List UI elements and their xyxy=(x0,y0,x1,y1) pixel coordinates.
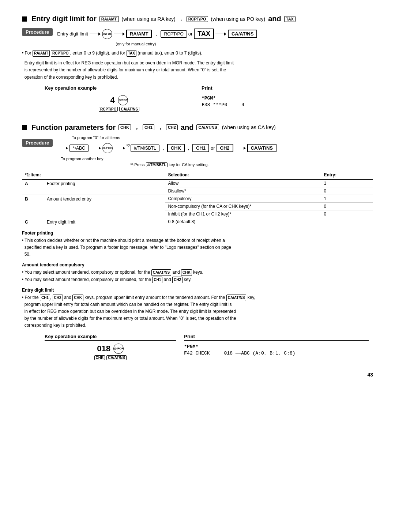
program-another-label: To program another key xyxy=(61,157,276,161)
arrow-in xyxy=(57,146,68,150)
section2: Function parameters for CHK ， CH1 ， CH2 … xyxy=(22,123,373,361)
and-text: and xyxy=(268,15,281,23)
rcpt-po-key-title: RCPT/PO xyxy=(187,16,208,22)
section1-title: Entry digit limit for RA/AMT (when using… xyxy=(22,15,373,23)
section2-title-text: Function parameters for xyxy=(31,123,116,132)
key-op-header-2: Key operation example xyxy=(45,334,176,341)
procedure-diagram-2: *¹ABC @/FOR *2 #/TM/SBTL ， CHK ， CH1 or … xyxy=(57,143,276,153)
footer-printing-title: Footer printing xyxy=(22,231,373,236)
procedure-diagram-1: Entry digit limit @/FOR RA/AMT ， RCPT/PO… xyxy=(57,29,257,39)
ca-at-ns-box: CA/AT/NS xyxy=(228,30,257,38)
arrow-ca xyxy=(235,146,246,150)
chk-box-diag: CHK xyxy=(167,144,185,152)
entry-digit-limit-title: Entry digit limit xyxy=(22,288,373,293)
col-header-item: *1:Item: xyxy=(22,171,44,179)
section1-title-text: Entry digit limit for xyxy=(31,15,97,23)
section2-bullet xyxy=(22,125,27,130)
rcpt-po-key-bottom: RCPT/PO xyxy=(99,107,118,112)
or-text-1: or xyxy=(188,31,193,37)
section1-bullet xyxy=(22,16,27,22)
amount-tendered-title: Amount tendered compulsory xyxy=(22,262,373,267)
tax-box: TAX xyxy=(194,29,214,39)
when-ra-text: (when using as RA key) xyxy=(122,16,176,22)
rcpt-po-box: RCPT/PO xyxy=(161,30,187,38)
for-key-circle2: @/FOR xyxy=(118,95,128,105)
arrow-for xyxy=(90,146,101,150)
for-key-circle3: @/FOR xyxy=(102,143,113,153)
ra-amt-key: RA/AMT xyxy=(99,16,119,22)
amount-tendered-text1: • You may select amount tendered, compul… xyxy=(22,269,373,276)
procedure-badge-1: Procedure xyxy=(22,28,53,36)
ch1-key-title: CH1 xyxy=(143,124,154,130)
print-header-2: Print xyxy=(184,334,369,341)
tm-sbtl-box: #/TM/SBTL xyxy=(131,145,159,152)
print-header-1: Print xyxy=(202,85,369,92)
when-po-text: (when using as PO key) xyxy=(211,16,266,22)
print-output-1: *PGM* F38 ***P0 4 xyxy=(202,95,369,108)
ca-at-ns-box-diag: CA/AT/NS xyxy=(247,144,276,152)
arrow-tm xyxy=(114,146,125,150)
col-header-entry: Entry: xyxy=(321,171,373,179)
section1-example-table: Key operation example 4 @/FOR RCPT/PO CA… xyxy=(22,85,373,112)
for-key-circle4: @/FOR xyxy=(113,344,124,354)
ca-at-ns-key-bottom: CA/AT/NS xyxy=(119,107,139,112)
ra-amt-box: RA/AMT xyxy=(126,30,152,38)
table-row: A Footer printing Allow 1 xyxy=(22,179,373,187)
amount-tendered-text2: • You may select amount tendered, compul… xyxy=(22,276,373,283)
or-text-2: or xyxy=(211,145,215,151)
ch1-box-diag: CH1 xyxy=(192,144,209,152)
arrow2 xyxy=(114,32,125,36)
ca-at-ns-key-title: CA/AT/NS xyxy=(196,124,219,130)
entry-digit-limit-text: • For the CH1, CH2 and CHK keys, program… xyxy=(22,294,373,329)
key-op-header-1: Key operation example xyxy=(45,85,193,92)
section1: Entry digit limit for RA/AMT (when using… xyxy=(22,15,373,112)
ch2-key-title: CH2 xyxy=(166,124,178,130)
only-manual-note: (only for manual entry) xyxy=(116,42,257,46)
col-header-selection: Selection: xyxy=(165,171,321,179)
section2-title: Function parameters for CHK ， CH1 ， CH2 … xyxy=(22,123,373,132)
ch2-box-diag: CH2 xyxy=(217,144,233,152)
key-op-value-1: 4 xyxy=(110,95,114,105)
program-zero-label: To program "0" for all items xyxy=(72,135,276,140)
section2-example-table: Key operation example 018 @/FOR CHK CA/A… xyxy=(22,333,373,361)
when-ca-text: (when using as CA key) xyxy=(222,124,276,130)
tax-key-title: TAX xyxy=(284,16,296,22)
col-header-label xyxy=(44,171,165,179)
table-row: B Amount tendered entry Compulsory 1 xyxy=(22,195,373,202)
print-output-2: *PGM* F42 CHECK 018 ——ABC (A:0, B:1, C:8… xyxy=(184,344,369,357)
and-text-2: and xyxy=(181,123,194,132)
procedure-badge-2: Procedure xyxy=(22,139,53,147)
arrow3 xyxy=(215,32,226,36)
table-row: C Entry digit limit 0-8 (default:8) xyxy=(22,218,373,226)
abc-box: *¹ABC xyxy=(69,145,88,152)
key-op-value-2: 018 xyxy=(97,344,110,353)
entry-digit-label: Entry digit limit xyxy=(57,31,88,37)
chk-key-title: CHK xyxy=(118,124,131,130)
section1-note2: Entry digit limit is in effect for REG m… xyxy=(22,60,373,81)
star2-note: *²:Press #/TM/SBTL key for CA key settin… xyxy=(130,162,276,167)
page-number: 43 xyxy=(22,372,373,378)
arrow1 xyxy=(90,32,101,36)
footer-printing-text: • This option decides whether or not the… xyxy=(22,237,373,258)
for-key-circle: @/FOR xyxy=(102,29,112,39)
ca-at-ns-key-bottom2: CA/AT/NS xyxy=(106,355,126,360)
parameter-table: *1:Item: Selection: Entry: A Footer prin… xyxy=(22,171,373,226)
chk-key-bottom: CHK xyxy=(94,355,105,360)
star2-label: *2 xyxy=(127,144,130,148)
section1-note1: • For RA/AMT RCPT/PO, enter 0 to 9 (digi… xyxy=(22,50,373,57)
